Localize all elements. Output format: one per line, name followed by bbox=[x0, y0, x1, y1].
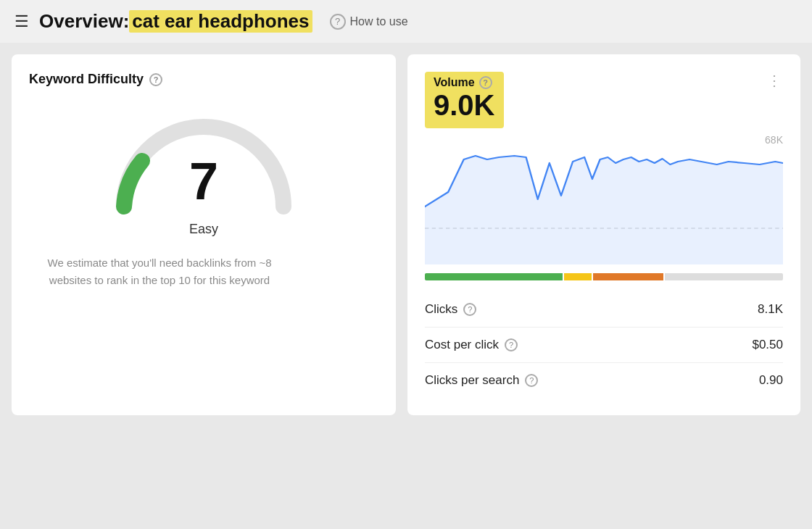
volume-label-text: Volume bbox=[434, 76, 475, 89]
bar-green bbox=[425, 273, 563, 280]
clicks-help-icon[interactable]: ? bbox=[463, 303, 476, 316]
kd-help-icon[interactable]: ? bbox=[149, 73, 162, 86]
gauge-container: 7 Easy bbox=[29, 101, 378, 237]
cps-label-text: Clicks per search bbox=[425, 373, 519, 388]
cps-value: 0.90 bbox=[759, 373, 783, 388]
page-title: Overview: cat ear headphones bbox=[39, 10, 312, 33]
how-to-use-link[interactable]: How to use bbox=[350, 15, 408, 28]
clicks-value: 8.1K bbox=[758, 302, 783, 317]
kd-label: Easy bbox=[189, 222, 218, 237]
header: ☰ Overview: cat ear headphones ? How to … bbox=[0, 0, 812, 43]
main-content: Keyword Difficulty ? 7 Easy We estimate … bbox=[0, 43, 812, 427]
svg-marker-1 bbox=[425, 156, 783, 264]
clicks-label: Clicks ? bbox=[425, 302, 476, 317]
color-distribution-bar bbox=[425, 273, 783, 280]
keyword-difficulty-card: Keyword Difficulty ? 7 Easy We estimate … bbox=[12, 54, 396, 415]
cpc-value: $0.50 bbox=[752, 338, 783, 352]
how-to-use-section: ? How to use bbox=[330, 14, 408, 30]
cpc-label-text: Cost per click bbox=[425, 338, 499, 352]
clicks-row: Clicks ? 8.1K bbox=[425, 292, 783, 328]
cps-help-icon[interactable]: ? bbox=[525, 374, 538, 387]
bar-orange bbox=[593, 273, 664, 280]
volume-badge-label: Volume ? bbox=[434, 76, 495, 89]
how-to-use-help-icon[interactable]: ? bbox=[330, 14, 346, 30]
volume-badge: Volume ? 9.0K bbox=[425, 72, 504, 128]
clicks-label-text: Clicks bbox=[425, 302, 457, 317]
cpc-help-icon[interactable]: ? bbox=[505, 338, 518, 351]
gauge-svg: 7 bbox=[102, 101, 305, 217]
kd-description: We estimate that you'll need backlinks f… bbox=[29, 254, 290, 289]
cpc-row: Cost per click ? $0.50 bbox=[425, 328, 783, 363]
title-keyword: cat ear headphones bbox=[129, 10, 312, 33]
volume-chart bbox=[425, 149, 783, 264]
volume-help-icon[interactable]: ? bbox=[479, 76, 492, 89]
volume-value: 9.0K bbox=[434, 89, 495, 121]
cps-label: Clicks per search ? bbox=[425, 373, 538, 388]
title-prefix: Overview: bbox=[39, 10, 129, 33]
volume-card: Volume ? 9.0K ⋮ 68K bbox=[407, 54, 800, 415]
metrics-list: Clicks ? 8.1K Cost per click ? $0.50 Cli… bbox=[425, 292, 783, 398]
hamburger-icon[interactable]: ☰ bbox=[14, 14, 29, 30]
kd-score: 7 bbox=[189, 155, 218, 207]
cps-row: Clicks per search ? 0.90 bbox=[425, 363, 783, 398]
volume-menu-icon[interactable]: ⋮ bbox=[767, 72, 783, 89]
bar-yellow bbox=[564, 273, 592, 280]
keyword-difficulty-title: Keyword Difficulty ? bbox=[29, 72, 378, 87]
bar-gray bbox=[665, 273, 783, 280]
volume-header: Volume ? 9.0K ⋮ bbox=[425, 72, 783, 128]
kd-title-text: Keyword Difficulty bbox=[29, 72, 144, 87]
cpc-label: Cost per click ? bbox=[425, 338, 518, 352]
question-mark: ? bbox=[335, 16, 340, 27]
volume-max: 68K bbox=[425, 134, 783, 146]
